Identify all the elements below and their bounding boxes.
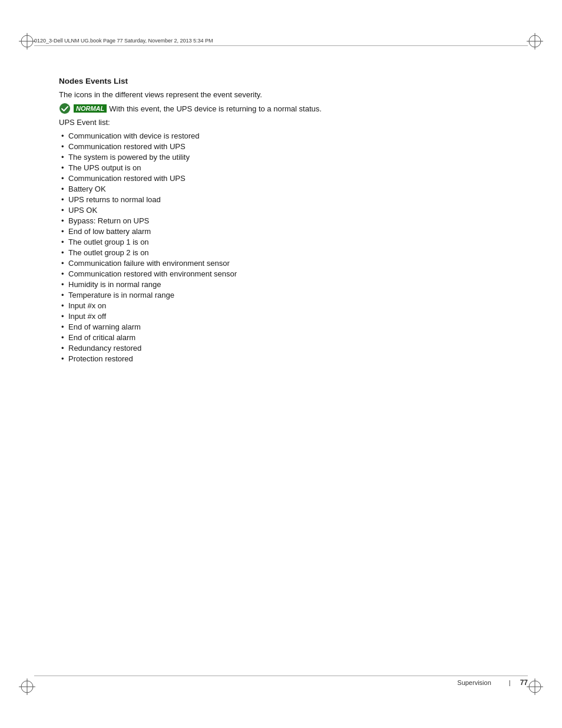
list-item: End of warning alarm (59, 321, 503, 332)
normal-badge: NORMAL (74, 104, 107, 113)
list-item: The system is powered by the utility (59, 151, 503, 162)
list-item: Protection restored (59, 353, 503, 364)
normal-description: With this event, the UPS device is retur… (109, 104, 322, 113)
list-item: Redundancy restored (59, 342, 503, 353)
list-item: The outlet group 2 is on (59, 247, 503, 258)
list-item: UPS returns to normal load (59, 194, 503, 205)
footer-label: Supervision (457, 679, 491, 686)
list-item: Input #x off (59, 311, 503, 321)
footer-area: Supervision | 77 (34, 676, 528, 687)
ups-event-label: UPS Event list: (59, 118, 503, 127)
footer-separator: | (509, 679, 511, 686)
svg-point-12 (59, 103, 70, 114)
list-item: Bypass: Return on UPS (59, 215, 503, 226)
list-item: End of low battery alarm (59, 226, 503, 236)
intro-text: The icons in the different views represe… (59, 90, 503, 99)
list-item: Communication restored with UPS (59, 173, 503, 183)
section-title: Nodes Events List (59, 77, 503, 85)
page-container: 0120_3-Dell ULNM UG.book Page 77 Saturda… (0, 0, 562, 728)
list-item: Battery OK (59, 183, 503, 194)
list-item: Input #x on (59, 300, 503, 311)
normal-icon (59, 103, 71, 114)
list-item: Communication failure with environment s… (59, 258, 503, 268)
list-item: Communication restored with UPS (59, 141, 503, 151)
list-item: Communication restored with environment … (59, 268, 503, 279)
header-bar: 0120_3-Dell ULNM UG.book Page 77 Saturda… (34, 38, 528, 46)
normal-badge-line: NORMAL With this event, the UPS device i… (59, 103, 503, 114)
list-item: UPS OK (59, 205, 503, 215)
list-item: The outlet group 1 is on (59, 236, 503, 247)
content-area: Nodes Events List The icons in the diffe… (59, 77, 503, 364)
footer-page: 77 (520, 678, 528, 687)
event-list: Communication with device is restoredCom… (59, 130, 503, 364)
list-item: The UPS output is on (59, 162, 503, 173)
list-item: Temperature is in normal range (59, 289, 503, 300)
list-item: End of critical alarm (59, 332, 503, 342)
list-item: Humidity is in normal range (59, 279, 503, 289)
header-text: 0120_3-Dell ULNM UG.book Page 77 Saturda… (34, 38, 213, 44)
list-item: Communication with device is restored (59, 130, 503, 141)
